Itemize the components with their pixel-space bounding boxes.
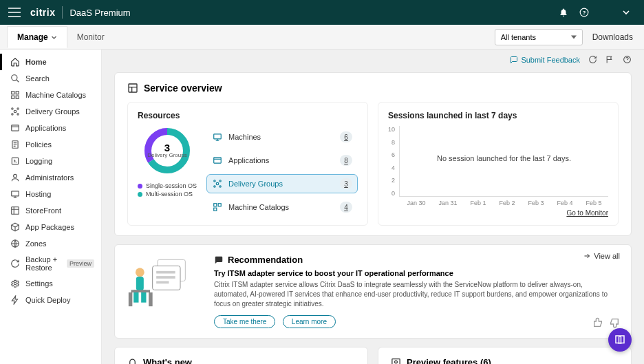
resource-count[interactable]: 6 [340, 131, 352, 142]
svg-rect-38 [156, 276, 175, 279]
sidebar-item-label: Logging [25, 157, 52, 165]
sessions-title: Sessions launched in last 7 days [388, 111, 608, 120]
sidebar-item-quick-deploy[interactable]: Quick Deploy [0, 292, 101, 308]
sidebar-item-policies[interactable]: Policies [0, 136, 101, 153]
y-tick: 4 [388, 164, 395, 171]
sidebar-item-machine-catalogs[interactable]: Machine Catalogs [0, 87, 101, 103]
hamburger-icon[interactable] [8, 8, 21, 17]
sidebar-item-applications[interactable]: Applications [0, 120, 101, 136]
y-axis-ticks: 10 8 6 4 2 0 [388, 126, 399, 197]
resource-row-machine-catalogs[interactable]: Machine Catalogs 4 [206, 197, 358, 217]
svg-rect-44 [131, 290, 151, 292]
delivery-groups-donut: 3 Delivery Groups [142, 126, 192, 175]
recommendation-heading-text: Recommendation [228, 255, 303, 265]
sidebar-item-storefront[interactable]: StoreFront [0, 202, 101, 219]
assistant-fab[interactable] [608, 328, 632, 352]
learn-more-button[interactable]: Learn more [283, 315, 336, 328]
x-tick: Feb 3 [528, 200, 544, 206]
svg-rect-17 [12, 207, 19, 215]
bell-icon[interactable] [559, 8, 568, 17]
backup-icon [10, 259, 20, 268]
sidebar-item-hosting[interactable]: Hosting [0, 186, 101, 202]
sidebar-item-search[interactable]: Search [0, 70, 101, 87]
resource-count[interactable]: 8 [340, 155, 352, 166]
recommendation-card: View all Recommendation [114, 244, 632, 339]
donut-value: 3 [164, 142, 170, 153]
comment-icon [214, 255, 224, 265]
sidebar-item-zones[interactable]: Zones [0, 235, 101, 252]
submit-feedback-link[interactable]: Submit Feedback [510, 56, 580, 64]
donut-label: Delivery Groups [147, 153, 186, 159]
y-tick: 8 [388, 139, 395, 146]
tab-monitor[interactable]: Monitor [67, 27, 114, 47]
svg-point-8 [12, 108, 13, 109]
help-small-icon[interactable] [623, 55, 632, 64]
preview-features-title: Preview features (6) [407, 357, 491, 364]
recommendation-title: Try ITSM adapter service to boost your I… [214, 269, 619, 277]
main-content: Submit Feedback Service overview Resourc… [102, 50, 644, 364]
svg-point-48 [395, 361, 398, 363]
preview-icon [391, 357, 401, 364]
sidebar: Home Search Machine Catalogs Delivery Gr… [0, 50, 102, 364]
administrators-icon [10, 173, 20, 182]
service-overview-card: Service overview Resources [114, 72, 632, 236]
sidebar-item-administrators[interactable]: Administrators [0, 169, 101, 186]
settings-icon [10, 279, 20, 288]
sidebar-item-label: Machine Catalogs [25, 91, 86, 99]
svg-point-11 [17, 114, 19, 115]
sidebar-item-delivery-groups[interactable]: Delivery Groups [0, 103, 101, 120]
sidebar-item-app-packages[interactable]: App Packages [0, 219, 101, 235]
topbar: citrix DaaS Premium ? [0, 0, 644, 25]
feedback-icon [510, 56, 518, 64]
svg-point-19 [14, 282, 17, 285]
sidebar-item-logging[interactable]: Logging [0, 153, 101, 169]
go-to-monitor-link[interactable]: Go to Monitor [388, 209, 608, 217]
svg-rect-45 [129, 292, 133, 306]
chart-empty-text: No session launched for the last 7 days. [400, 154, 608, 162]
sidebar-item-settings[interactable]: Settings [0, 275, 101, 292]
dashboard-icon [127, 83, 138, 94]
help-icon[interactable]: ? [579, 8, 589, 17]
sidebar-item-label: Zones [25, 239, 47, 248]
resource-row-machines[interactable]: Machines 6 [206, 127, 358, 147]
preview-features-card: Preview features (6) [378, 347, 632, 364]
tab-manage[interactable]: Manage [7, 26, 67, 48]
resource-row-delivery-groups[interactable]: Delivery Groups 3 [206, 174, 358, 193]
svg-rect-33 [218, 204, 221, 206]
sidebar-item-label: Policies [25, 140, 52, 149]
resource-name: Applications [228, 156, 334, 164]
view-all-link[interactable]: View all [583, 252, 620, 260]
feedback-label: Submit Feedback [521, 56, 580, 64]
flag-icon[interactable] [605, 55, 614, 64]
svg-rect-46 [149, 292, 153, 306]
x-tick: Feb 4 [557, 200, 572, 206]
sidebar-item-home[interactable]: Home [0, 54, 101, 70]
refresh-icon[interactable] [588, 55, 597, 64]
applications-row-icon [212, 155, 223, 166]
brand-logo: citrix [30, 7, 55, 18]
sidebar-item-label: Administrators [25, 173, 74, 182]
sidebar-item-label: Settings [25, 279, 53, 288]
x-tick: Jan 31 [438, 200, 457, 206]
take-me-there-button[interactable]: Take me there [214, 315, 275, 328]
svg-point-28 [214, 180, 215, 182]
catalog-icon [10, 90, 20, 100]
resource-row-applications[interactable]: Applications 8 [206, 151, 358, 170]
x-tick: Jan 30 [407, 200, 425, 206]
hosting-icon [10, 189, 20, 199]
resource-count[interactable]: 4 [340, 202, 352, 213]
resources-title: Resources [138, 111, 358, 120]
svg-point-29 [219, 180, 221, 182]
account-menu-chevron-icon[interactable] [622, 8, 630, 17]
x-axis-ticks: Jan 30 Jan 31 Feb 1 Feb 2 Feb 3 Feb 4 Fe… [400, 200, 608, 206]
downloads-link[interactable]: Downloads [592, 32, 633, 42]
sidebar-item-label: Home [25, 58, 47, 66]
svg-point-27 [216, 182, 219, 185]
resource-count[interactable]: 3 [340, 178, 352, 189]
thumbs-up-icon[interactable] [592, 317, 603, 331]
preview-badge: Preview [67, 259, 94, 268]
svg-point-9 [17, 108, 19, 109]
tenant-select[interactable]: All tenants [495, 29, 583, 45]
tab-label: Manage [17, 32, 48, 42]
sidebar-item-backup-restore[interactable]: Backup + Restore Preview [0, 252, 101, 275]
